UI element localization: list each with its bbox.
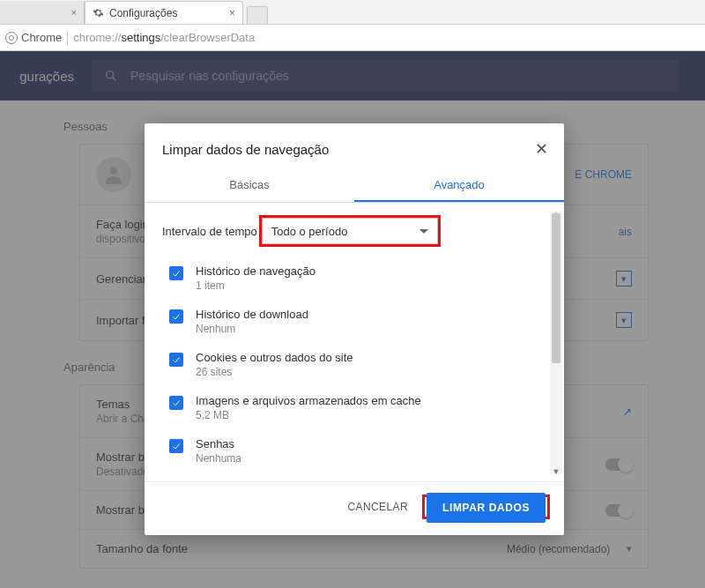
url-field[interactable]: chrome://settings/clearBrowserData xyxy=(73,31,255,44)
checkbox-row[interactable]: Preenchimento automático dos dados do fo… xyxy=(162,473,546,476)
opt-title: Cookies e outros dados do site xyxy=(196,351,353,364)
scrollbar-thumb[interactable] xyxy=(552,213,560,363)
close-icon[interactable]: × xyxy=(71,7,77,18)
clear-data-button[interactable]: LIMPAR DADOS xyxy=(427,493,545,523)
opt-title: Histórico de navegação xyxy=(196,264,315,278)
opt-title: Imagens e arquivos armazenados em cache xyxy=(196,394,421,407)
new-tab-button[interactable] xyxy=(247,6,268,24)
tab-strip: × Configurações × xyxy=(0,0,705,25)
highlight-clear-button: LIMPAR DADOS xyxy=(422,495,550,519)
checkbox-checked[interactable] xyxy=(169,266,183,280)
cancel-button[interactable]: CANCELAR xyxy=(347,501,408,513)
scrollbar[interactable]: ▲ ▼ xyxy=(550,212,562,474)
checkbox-row[interactable]: Imagens e arquivos armazenados em cache5… xyxy=(162,387,546,430)
close-button[interactable]: ✕ xyxy=(535,139,548,159)
checkbox-row[interactable]: Histórico de navegação1 item xyxy=(162,257,546,301)
scroll-down-icon[interactable]: ▼ xyxy=(550,467,562,476)
time-range-value: Todo o período xyxy=(271,225,348,238)
address-bar: Chrome chrome://settings/clearBrowserDat… xyxy=(0,25,705,51)
opt-title: Histórico de download xyxy=(196,308,308,321)
highlight-time-range: Todo o período xyxy=(259,215,441,247)
chevron-down-icon xyxy=(419,229,428,234)
opt-sub: Nenhum xyxy=(196,323,308,335)
opt-title: Senhas xyxy=(196,437,241,450)
checkbox-checked[interactable] xyxy=(169,309,183,324)
checkbox-row[interactable]: SenhasNenhuma xyxy=(162,430,546,473)
dialog-title: Limpar dados de navegação xyxy=(162,142,329,157)
background-tab[interactable]: × xyxy=(0,1,85,24)
checkbox-checked[interactable] xyxy=(169,439,183,453)
checkbox-checked[interactable] xyxy=(169,353,183,367)
checkbox-row[interactable]: Cookies e outros dados do site26 sites xyxy=(162,344,546,387)
checkbox-checked[interactable] xyxy=(169,396,183,410)
time-range-label: Intervalo de tempo xyxy=(162,225,257,238)
active-tab[interactable]: Configurações × xyxy=(85,1,243,24)
dialog-tabs: Básicas Avançado xyxy=(145,169,564,203)
opt-sub: Nenhuma xyxy=(196,452,241,465)
url-scheme-label: Chrome xyxy=(21,31,62,44)
clear-data-dialog: Limpar dados de navegação ✕ Básicas Avan… xyxy=(145,123,564,535)
close-icon[interactable]: × xyxy=(229,7,235,19)
separator xyxy=(67,31,68,45)
checkbox-row[interactable]: Histórico de downloadNenhum xyxy=(162,301,546,344)
tab-advanced[interactable]: Avançado xyxy=(354,169,564,202)
gear-icon xyxy=(93,7,104,19)
tab-basic[interactable]: Básicas xyxy=(145,169,354,202)
opt-sub: 1 item xyxy=(196,279,315,292)
tab-title: Configurações xyxy=(109,7,177,19)
chrome-icon xyxy=(5,32,18,44)
opt-sub: 5,2 MB xyxy=(196,409,421,421)
time-range-select[interactable]: Todo o período xyxy=(262,218,438,244)
opt-sub: 26 sites xyxy=(196,366,353,378)
